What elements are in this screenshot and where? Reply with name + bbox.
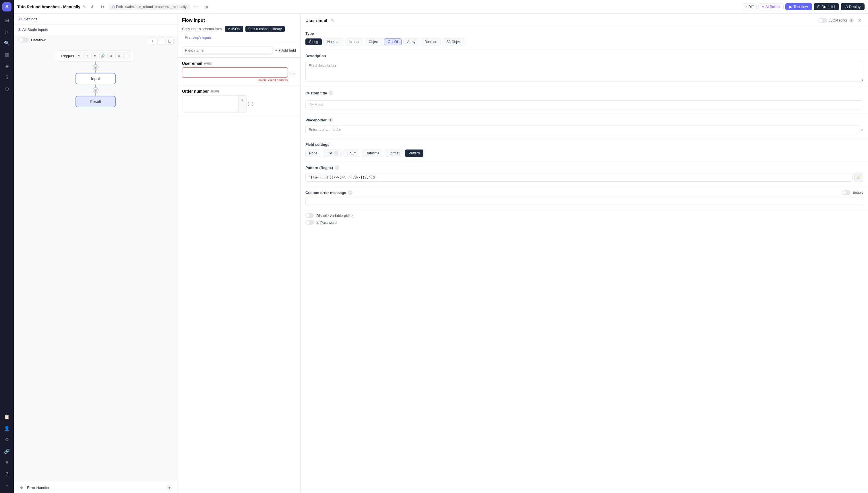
settings-pattern-button[interactable]: Pattern (405, 150, 424, 157)
pattern-info-icon[interactable]: i (335, 165, 339, 170)
file-info-icon[interactable]: i (334, 151, 338, 155)
nav-users[interactable]: 👤 (2, 423, 12, 433)
trigger-icon-5[interactable]: ⚙ (107, 52, 114, 59)
placeholder-info-icon[interactable]: i (329, 117, 333, 122)
test-flow-button[interactable]: ▶ Test flow (785, 3, 812, 10)
undo-button[interactable]: ↺ (88, 3, 96, 11)
edit-title-icon[interactable]: ✎ (83, 5, 86, 9)
order-number-input[interactable] (182, 95, 238, 112)
add-field-button[interactable]: + + Add field (275, 48, 296, 52)
order-number-input-wrap: $ (182, 95, 247, 112)
trigger-icon-7[interactable]: ⊞ (123, 52, 130, 59)
fit-view-button[interactable]: ⊡ (166, 37, 174, 45)
ai-builder-label: AI Builder (765, 5, 780, 9)
nav-settings[interactable]: ⚙ (2, 434, 12, 445)
first-step-inputs-button[interactable]: First step's inputs (182, 35, 214, 41)
path-pill[interactable]: ⬡ Path u/alex/tuto_refund_branches__manu… (109, 4, 190, 10)
nav-blocks[interactable]: ⬡ (2, 84, 12, 94)
settings-file-button[interactable]: File i (323, 150, 342, 157)
error-handler-settings-icon[interactable]: ⚙ (18, 485, 25, 491)
trigger-icon-6[interactable]: ✉ (115, 52, 122, 59)
enable-error-toggle[interactable] (842, 190, 850, 195)
custom-error-info-icon[interactable]: i (348, 190, 353, 195)
zoom-in-button[interactable]: + (149, 37, 156, 45)
nav-dashboard[interactable]: ▦ (2, 49, 12, 60)
redo-button[interactable]: ↻ (99, 3, 106, 11)
user-email-input[interactable] (182, 67, 288, 78)
add-node-1-button[interactable]: ⊕ (93, 64, 99, 70)
dataflow-toggle[interactable] (18, 37, 29, 42)
result-node[interactable]: Result (76, 96, 116, 107)
more-options-button[interactable]: ⋯ (192, 3, 200, 11)
split-view-button[interactable]: ⊞ (203, 3, 210, 11)
connector-1: ⊕ (95, 61, 96, 73)
pattern-input[interactable] (305, 173, 852, 181)
user-email-options-button[interactable]: ⋮⋮ (288, 67, 296, 82)
trigger-icon-2[interactable]: ⊡ (83, 52, 90, 59)
json-editor-toggle: JSON editor i (818, 18, 854, 23)
nav-logs[interactable]: ≡ (2, 457, 12, 468)
disable-variable-toggle[interactable] (305, 213, 314, 218)
add-node-2-button[interactable]: ⊕ (93, 87, 99, 93)
edit-field-button[interactable]: ✎ (329, 17, 336, 24)
nav-expand[interactable]: → (2, 480, 12, 491)
custom-error-input[interactable] (305, 197, 863, 206)
custom-error-section: Custom error message i Enable (301, 186, 868, 210)
all-static-inputs-label: All Static Inputs (22, 27, 48, 32)
type-string-button[interactable]: String (305, 39, 322, 45)
user-email-label: User email (182, 61, 203, 66)
type-oneof-button[interactable]: OneOf (384, 39, 402, 45)
bottom-bar: ⚙ Error Handler + (14, 482, 177, 493)
nav-flow[interactable]: ▷ (2, 26, 12, 37)
magic-wand-button[interactable]: 🪄 (854, 173, 863, 182)
a-json-button[interactable]: A JSON (225, 26, 243, 32)
description-textarea[interactable] (305, 61, 863, 82)
custom-title-input[interactable] (305, 101, 863, 109)
input-node[interactable]: Input (76, 73, 116, 84)
settings-format-button[interactable]: Format (385, 150, 403, 157)
nav-money[interactable]: $ (2, 72, 12, 83)
deploy-button[interactable]: ⬡ Deploy (841, 3, 865, 10)
dataflow-label: Dataflow (31, 38, 46, 42)
type-s3object-button[interactable]: S3 Object (443, 39, 465, 45)
order-number-options-button[interactable]: ⋮⋮ (247, 95, 255, 112)
diff-button[interactable]: + Diff (742, 3, 757, 10)
close-right-panel-button[interactable]: ✕ (856, 17, 863, 24)
settings-enum-button[interactable]: Enum (344, 150, 360, 157)
triggers-node[interactable]: Triggers ⚑ ⊡ ≡ 🔗 ⚙ ✉ ⊞ (57, 50, 134, 61)
trigger-icon-4[interactable]: 🔗 (99, 52, 106, 59)
nav-help[interactable]: ? (2, 469, 12, 479)
nav-deploy[interactable]: ◈ (2, 61, 12, 71)
zoom-out-button[interactable]: − (157, 37, 165, 45)
all-static-inputs-row[interactable]: $ All Static Inputs (14, 24, 177, 35)
ai-builder-button[interactable]: ✦ AI Builder (758, 3, 784, 10)
type-number-button[interactable]: Number (323, 39, 343, 45)
type-boolean-button[interactable]: Boolean (421, 39, 441, 45)
nav-integrations[interactable]: 🔗 (2, 446, 12, 456)
add-error-handler-button[interactable]: + (166, 485, 172, 491)
path-icon: ⬡ (112, 5, 115, 9)
is-password-toggle[interactable] (305, 220, 314, 225)
json-editor-switch[interactable] (818, 18, 827, 23)
app-logo[interactable]: S (2, 2, 12, 12)
trigger-icon-3[interactable]: ≡ (91, 52, 98, 59)
json-editor-info-icon[interactable]: i (849, 18, 854, 23)
nav-home[interactable]: ⊞ (2, 15, 12, 25)
nav-history[interactable]: 📋 (2, 411, 12, 422)
deploy-icon: ⬡ (845, 5, 848, 9)
trigger-icon-1[interactable]: ⚑ (75, 52, 82, 59)
field-name-input[interactable] (182, 46, 273, 55)
settings-icon: ⚙ (18, 17, 22, 21)
type-object-button[interactable]: Object (365, 39, 382, 45)
custom-title-info-icon[interactable]: i (329, 91, 333, 95)
settings-datetime-button[interactable]: Datetime (362, 150, 383, 157)
nav-search[interactable]: 🔍 (2, 38, 12, 48)
type-array-button[interactable]: Array (403, 39, 419, 45)
settings-none-button[interactable]: None (305, 150, 321, 157)
placeholder-label: Placeholder (305, 118, 327, 122)
draft-button[interactable]: ⬡ Draft ⌘S (814, 3, 839, 10)
type-integer-button[interactable]: Integer (345, 39, 363, 45)
past-runs-button[interactable]: Past runs/Input library (246, 26, 285, 32)
placeholder-input[interactable] (305, 125, 860, 134)
flow-input-title: Flow Input (182, 18, 296, 23)
